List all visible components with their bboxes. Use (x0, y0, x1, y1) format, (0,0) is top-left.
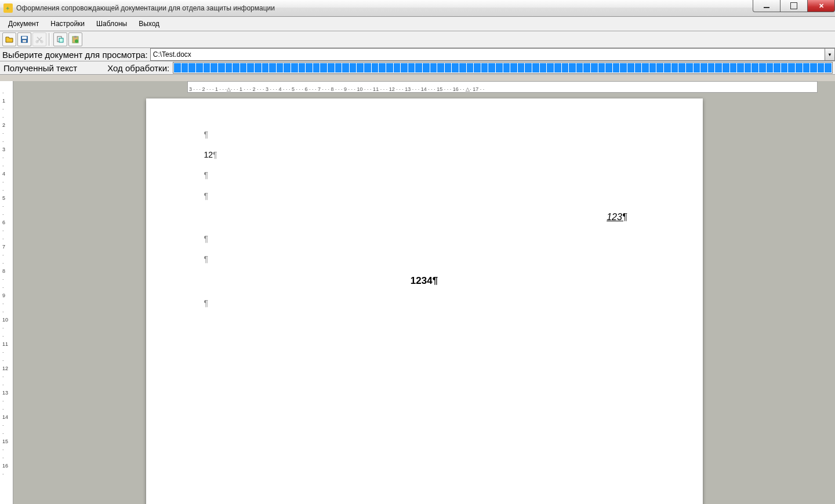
close-button[interactable]: ✕ (808, 0, 835, 12)
maximize-button[interactable] (780, 0, 808, 12)
svg-rect-4 (23, 40, 26, 42)
document-path-input[interactable] (151, 49, 825, 60)
titlebar: ✦ Оформления сопровождающей документации… (0, 0, 835, 17)
document-area[interactable]: ¶12¶¶¶123¶¶¶1234¶¶ (13, 93, 835, 504)
paragraph[interactable]: ¶ (204, 232, 645, 246)
editor-workspace: L ·1··2··3··4··5··6··7··8··9··10··11··12… (0, 81, 835, 504)
open-icon[interactable] (2, 32, 16, 46)
save-icon[interactable] (17, 32, 31, 46)
menu-settings[interactable]: Настройки (46, 18, 89, 30)
minimize-button[interactable] (753, 0, 780, 12)
vertical-ruler[interactable]: ·1··2··3··4··5··6··7··8··9··10··11··12··… (0, 81, 13, 504)
svg-rect-10 (74, 36, 77, 38)
paragraph[interactable]: 123¶ (204, 209, 645, 226)
ruler-scale: 3 · · · 2 · · · 1 · · ·△· · · 1 · · · 2 … (188, 86, 485, 92)
svg-text:✦: ✦ (5, 5, 10, 12)
copy-icon[interactable] (53, 32, 67, 46)
paragraph[interactable]: 12¶ (204, 148, 645, 162)
document-path-combobox[interactable]: ▼ (150, 48, 835, 61)
paste-icon[interactable] (68, 32, 82, 46)
status-row: Полученный текст Ход обработки: (0, 61, 835, 75)
select-document-label: Выберите документ для просмотра: (0, 49, 150, 61)
progress-label: Ход обработки: (104, 63, 173, 73)
menu-exit[interactable]: Выход (134, 18, 164, 30)
paragraph[interactable]: ¶ (204, 168, 645, 182)
svg-rect-8 (59, 38, 63, 42)
document-select-row: Выберите документ для просмотра: ▼ (0, 48, 835, 61)
menu-bar: Документ Настройки Шаблоны Выход (0, 17, 835, 31)
menu-document[interactable]: Документ (3, 18, 43, 30)
progress-bar (173, 62, 833, 74)
horizontal-ruler[interactable]: 3 · · · 2 · · · 1 · · ·△· · · 1 · · · 2 … (187, 81, 818, 93)
result-text-label: Полученный текст (0, 63, 81, 73)
svg-rect-3 (22, 36, 27, 39)
window-title: Оформления сопровождающей документации д… (16, 4, 275, 12)
menu-templates[interactable]: Шаблоны (92, 18, 132, 30)
cut-icon (32, 32, 46, 46)
chevron-down-icon[interactable]: ▼ (825, 49, 834, 60)
paragraph[interactable]: ¶ (204, 296, 645, 311)
svg-point-11 (75, 39, 78, 43)
paragraph[interactable]: ¶ (204, 189, 645, 203)
toolbar-separator (49, 33, 51, 46)
app-icon: ✦ (3, 3, 13, 13)
paragraph[interactable]: 1234¶ (204, 272, 645, 290)
toolbar (0, 31, 835, 48)
paragraph[interactable]: ¶ (204, 252, 645, 266)
paragraph[interactable]: ¶ (204, 127, 645, 142)
page[interactable]: ¶12¶¶¶123¶¶¶1234¶¶ (146, 98, 703, 504)
